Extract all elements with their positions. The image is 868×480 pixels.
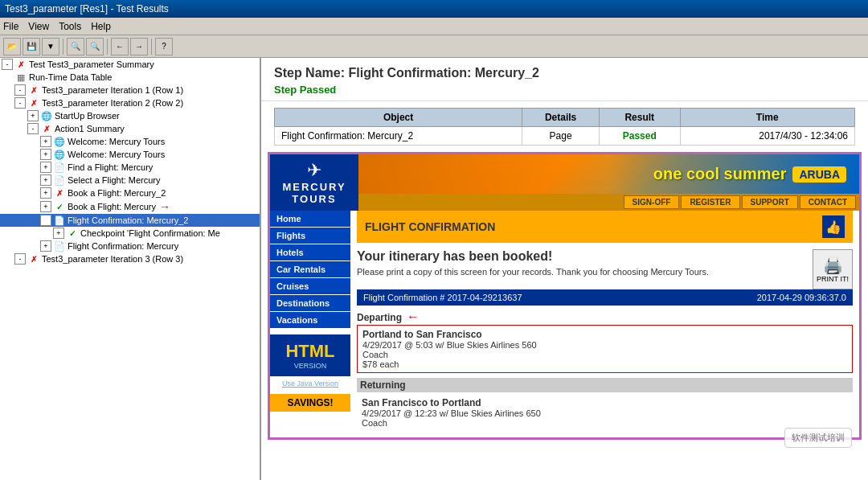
confirm-bar-right: 2017-04-29 09:36:37.0: [757, 293, 846, 302]
tree-item-select[interactable]: + 📄 Select a Flight: Mercury: [0, 174, 260, 187]
toolbar: 📂 💾 ▼ 🔍 🔍 ← → ?: [0, 35, 868, 58]
tree-icon-iter1: ✗: [27, 84, 40, 96]
tree-toggle-book2[interactable]: +: [40, 187, 51, 199]
tree-item-find[interactable]: + 📄 Find a Flight: Mercury: [0, 161, 260, 174]
btn-contact[interactable]: CONTACT: [800, 195, 856, 209]
tree-toggle-action1[interactable]: -: [27, 123, 39, 134]
step-title: Step Name: Flight Confirmation: Mercury_…: [274, 66, 855, 80]
tree-toggle-welcome2[interactable]: +: [40, 149, 51, 160]
btn-support[interactable]: SUPPORT: [742, 195, 798, 209]
tree-icon-action1: ✗: [40, 123, 53, 134]
tree-label-select: Select a Flight: Mercury: [68, 175, 161, 185]
nav-cruises[interactable]: Cruises: [270, 278, 350, 294]
html-badge: HTML VERSION: [270, 334, 350, 376]
nav-home[interactable]: Home: [270, 211, 350, 227]
tree-item-action1[interactable]: - ✗ Action1 Summary: [0, 122, 260, 135]
tree-icon-welcome2: 🌐: [53, 149, 66, 160]
nav-destinations[interactable]: Destinations: [270, 295, 350, 311]
tree-toggle-book[interactable]: +: [40, 201, 51, 212]
left-panel: - ✗ Test Test3_parameter Summary ▦ Run-T…: [0, 58, 261, 480]
tree-toggle-checkpoint[interactable]: +: [53, 228, 64, 239]
tree-item-book2[interactable]: + ✗ Book a Flight: Mercury_2: [0, 187, 260, 199]
banner-text: one cool summer: [653, 165, 787, 183]
toolbar-save[interactable]: 💾: [23, 38, 40, 55]
departing-detail2: Coach: [362, 350, 847, 359]
departing-detail3: $78 each: [362, 359, 847, 369]
use-java-link[interactable]: Use Java Version: [270, 379, 350, 388]
tree-item-runtime[interactable]: ▦ Run-Time Data Table: [0, 71, 260, 84]
tree-toggle-find[interactable]: +: [40, 162, 51, 173]
mt-nav-buttons: SIGN-OFF REGISTER SUPPORT CONTACT: [358, 194, 859, 211]
toolbar-search2[interactable]: 🔍: [86, 38, 104, 55]
tree-label-find: Find a Flight: Mercury: [68, 162, 153, 172]
tree-toggle-root[interactable]: -: [2, 59, 13, 70]
printer-icon: 🖨️: [823, 256, 843, 275]
mt-content: Home Flights Hotels Car Rentals Cruises …: [270, 211, 859, 437]
tree-item-iter2[interactable]: - ✗ Test3_parameter Iteration 2 (Row 2): [0, 96, 260, 109]
flight-confirm-title: FLIGHT CONFIRMATION: [365, 220, 495, 233]
tree-toggle-flightconf2[interactable]: -: [40, 215, 51, 226]
tree-item-iter3[interactable]: - ✗ Test3_parameter Iteration 3 (Row 3): [0, 252, 260, 265]
toolbar-filter[interactable]: ▼: [42, 38, 59, 55]
toolbar-search[interactable]: 🔍: [67, 38, 84, 55]
tree-toggle-flightconf[interactable]: +: [40, 240, 51, 252]
tree-icon-iter2: ✗: [27, 97, 40, 109]
tree-item-root[interactable]: - ✗ Test Test3_parameter Summary: [0, 58, 260, 71]
browser-snapshot: ✈ MERCURY TOURS one cool summer ARUBA SI…: [268, 152, 862, 440]
nav-car-rentals[interactable]: Car Rentals: [270, 261, 350, 277]
btn-sign-off[interactable]: SIGN-OFF: [624, 195, 680, 209]
toolbar-open[interactable]: 📂: [3, 38, 21, 55]
tree-label-flightconf2: Flight Confirmation: Mercury_2: [68, 215, 188, 225]
menu-file[interactable]: File: [3, 21, 18, 32]
menu-view[interactable]: View: [28, 21, 49, 32]
tree-item-startup[interactable]: + 🌐 StartUp Browser: [0, 109, 260, 122]
menu-tools[interactable]: Tools: [59, 21, 81, 32]
tree-icon-checkpoint: ✓: [66, 228, 79, 239]
tree-item-flightconf2[interactable]: - 📄 Flight Confirmation: Mercury_2: [0, 214, 260, 227]
toolbar-back[interactable]: ←: [111, 38, 129, 55]
toolbar-forward[interactable]: →: [130, 38, 148, 55]
savings-badge: SAVINGS!: [270, 394, 350, 412]
tree-icon-runtime: ▦: [14, 72, 27, 83]
tree-item-checkpoint[interactable]: + ✓ Checkpoint 'Flight Confirmation: Me: [0, 227, 260, 240]
menu-help[interactable]: Help: [91, 21, 111, 32]
tree-label-welcome1: Welcome: Mercury Tours: [68, 137, 165, 146]
tree-label-startup: StartUp Browser: [55, 111, 120, 121]
tree-toggle-iter1[interactable]: -: [14, 84, 26, 96]
tree-icon-flightconf: 📄: [53, 240, 66, 252]
tree-label-book2: Book a Flight: Mercury_2: [68, 188, 166, 198]
tree-icon-startup: 🌐: [40, 110, 53, 121]
itinerary-section: 🖨️ PRINT IT! Your itinerary has been boo…: [357, 249, 853, 289]
col-object: Object: [275, 109, 522, 127]
tree-item-flightconf[interactable]: + 📄 Flight Confirmation: Mercury: [0, 240, 260, 252]
tree-item-welcome1[interactable]: + 🌐 Welcome: Mercury Tours: [0, 135, 260, 148]
tree-label-root: Test Test3_parameter Summary: [29, 59, 154, 69]
watermark: 软件测试培训: [784, 428, 852, 448]
thumbs-up-icon: 👍: [822, 215, 845, 238]
menu-bar: File View Tools Help: [0, 18, 868, 35]
departing-flight-box: Portland to San Francisco 4/29/2017 @ 5:…: [357, 325, 853, 373]
tree-item-iter1[interactable]: - ✗ Test3_parameter Iteration 1 (Row 1): [0, 84, 260, 96]
tree-toggle-iter3[interactable]: -: [14, 253, 26, 265]
mt-logo: ✈ MERCURY TOURS: [270, 154, 358, 211]
tree-toggle-startup[interactable]: +: [27, 110, 39, 121]
step-passed: Step Passed: [274, 84, 855, 96]
tree-toggle-iter2[interactable]: -: [14, 97, 26, 109]
toolbar-sep3: [151, 39, 152, 55]
tree-item-book[interactable]: + ✓ Book a Flight: Mercury →: [0, 199, 260, 214]
btn-register[interactable]: REGISTER: [681, 195, 739, 209]
toolbar-help[interactable]: ?: [155, 38, 173, 55]
tree-item-welcome2[interactable]: + 🌐 Welcome: Mercury Tours: [0, 148, 260, 161]
returning-detail2: Coach: [362, 418, 848, 428]
nav-vacations[interactable]: Vacations: [270, 312, 350, 328]
tree-label-iter1: Test3_parameter Iteration 1 (Row 1): [42, 85, 183, 95]
nav-flights[interactable]: Flights: [270, 228, 350, 244]
main-layout: - ✗ Test Test3_parameter Summary ▦ Run-T…: [0, 58, 868, 480]
returning-label: Returning: [357, 378, 853, 392]
nav-hotels[interactable]: Hotels: [270, 244, 350, 261]
print-button[interactable]: 🖨️ PRINT IT!: [813, 249, 853, 289]
departing-route: Portland to San Francisco: [362, 329, 847, 340]
tree-toggle-welcome1[interactable]: +: [40, 136, 51, 147]
tree-label-iter3: Test3_parameter Iteration 3 (Row 3): [42, 254, 183, 264]
tree-toggle-select[interactable]: +: [40, 174, 51, 186]
